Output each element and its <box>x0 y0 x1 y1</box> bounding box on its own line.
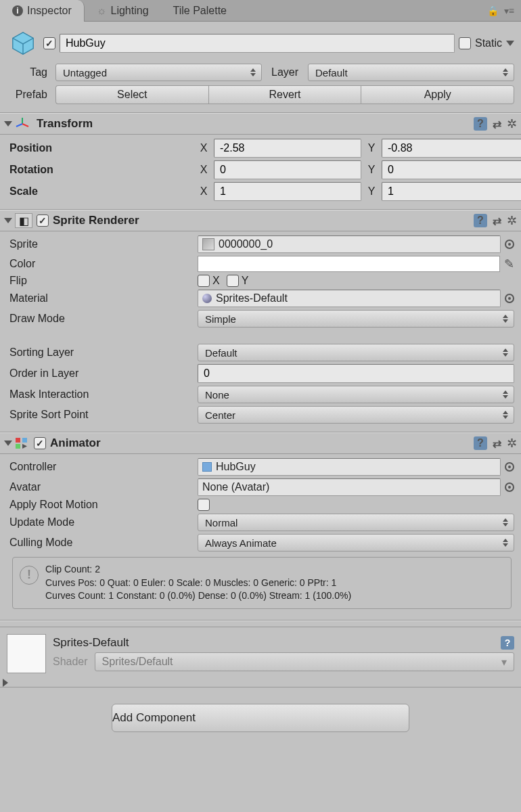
avatar-field[interactable]: None (Avatar) <box>198 478 501 496</box>
position-y-input[interactable] <box>382 139 521 158</box>
sorting-layer-dropdown[interactable]: Default <box>198 344 514 361</box>
object-picker-icon[interactable] <box>505 462 514 472</box>
preset-icon[interactable]: ⇄ <box>493 118 501 131</box>
transform-header[interactable]: Transform ? ⇄ <box>0 113 521 135</box>
flip-y-label: Y <box>242 275 249 287</box>
sprite-value: 0000000_0 <box>219 238 273 250</box>
transform-title: Transform <box>37 117 93 131</box>
flip-y-checkbox[interactable] <box>227 275 239 287</box>
foldout-icon[interactable] <box>4 218 12 223</box>
svg-rect-5 <box>16 438 20 443</box>
culling-mode-dropdown[interactable]: Always Animate <box>198 534 514 551</box>
layer-dropdown[interactable]: Default <box>308 64 514 81</box>
tab-tile-palette-label: Tile Palette <box>173 5 227 17</box>
shader-dropdown[interactable]: Sprites/Default <box>95 652 514 671</box>
animator-enabled-checkbox[interactable] <box>34 437 46 449</box>
material-name: Sprites-Default <box>53 636 129 650</box>
foldout-icon[interactable] <box>4 121 12 127</box>
help-icon[interactable]: ? <box>474 436 487 450</box>
gameobject-name-input[interactable] <box>60 34 455 53</box>
tag-label: Tag <box>7 66 47 78</box>
help-icon[interactable]: ? <box>501 636 514 650</box>
static-checkbox[interactable] <box>459 37 471 49</box>
static-dropdown-icon[interactable] <box>506 41 514 46</box>
tab-bar: i Inspector ☼ Lighting Tile Palette 🔒 ▾≡ <box>0 0 521 22</box>
gear-icon[interactable] <box>507 116 517 131</box>
apply-root-motion-checkbox[interactable] <box>198 499 210 511</box>
flip-label: Flip <box>9 275 198 287</box>
material-foldout-icon[interactable] <box>3 679 8 687</box>
scale-y-input[interactable] <box>382 182 521 201</box>
prefab-apply-button[interactable]: Apply <box>361 85 514 104</box>
sprite-renderer-enabled-checkbox[interactable] <box>37 215 49 227</box>
tab-tile-palette[interactable]: Tile Palette <box>161 0 239 22</box>
layer-label: Layer <box>271 66 298 78</box>
tag-dropdown[interactable]: Untagged <box>55 64 262 81</box>
mask-interaction-dropdown[interactable]: None <box>198 386 514 403</box>
culling-mode-value: Always Animate <box>205 537 277 549</box>
sprite-label: Sprite <box>9 238 198 250</box>
sprite-renderer-body: Sprite 0000000_0 Color ✎ Flip X Y Materi… <box>0 231 521 432</box>
position-x-input[interactable] <box>214 139 361 158</box>
tab-inspector-label: Inspector <box>27 5 72 17</box>
add-component-button[interactable]: Add Component <box>112 704 409 732</box>
object-picker-icon[interactable] <box>505 482 514 492</box>
preset-icon[interactable]: ⇄ <box>493 437 501 450</box>
rotation-y-input[interactable] <box>382 160 521 179</box>
update-mode-dropdown[interactable]: Normal <box>198 514 514 531</box>
gameobject-icon[interactable] <box>7 27 39 60</box>
rotation-x-input[interactable] <box>214 160 361 179</box>
object-picker-icon[interactable] <box>505 240 514 249</box>
mask-interaction-label: Mask Interaction <box>9 388 198 401</box>
color-field[interactable] <box>198 256 500 272</box>
svg-marker-8 <box>22 444 27 449</box>
svg-line-4 <box>16 124 22 127</box>
object-picker-icon[interactable] <box>505 294 514 303</box>
animator-icon <box>15 436 30 450</box>
update-mode-value: Normal <box>205 517 237 528</box>
material-field-value: Sprites-Default <box>216 292 288 304</box>
preset-icon[interactable]: ⇄ <box>493 215 501 227</box>
gameobject-active-checkbox[interactable] <box>43 37 55 49</box>
material-preview[interactable] <box>7 634 46 673</box>
sprite-sort-point-label: Sprite Sort Point <box>9 409 198 421</box>
help-icon[interactable]: ? <box>474 214 487 227</box>
order-in-layer-label: Order in Layer <box>9 367 198 380</box>
eyedropper-icon[interactable]: ✎ <box>504 256 514 271</box>
help-icon[interactable]: ? <box>474 117 487 131</box>
panel-menu-icon[interactable]: ▾≡ <box>504 5 514 16</box>
draw-mode-dropdown[interactable]: Simple <box>198 310 514 328</box>
flip-x-checkbox[interactable] <box>198 275 210 287</box>
svg-rect-7 <box>16 444 20 449</box>
animator-header[interactable]: Animator ? ⇄ <box>0 432 521 454</box>
sprite-renderer-header[interactable]: ◧ Sprite Renderer ? ⇄ <box>0 210 521 231</box>
gear-icon[interactable] <box>507 436 517 451</box>
static-label: Static <box>475 37 502 49</box>
info-line-3: Curves Count: 1 Constant: 0 (0.0%) Dense… <box>45 589 351 603</box>
apply-root-motion-label: Apply Root Motion <box>9 499 198 511</box>
svg-line-3 <box>22 124 28 127</box>
tab-inspector[interactable]: i Inspector <box>0 0 85 22</box>
tab-lighting[interactable]: ☼ Lighting <box>85 0 161 22</box>
draw-mode-label: Draw Mode <box>9 313 198 325</box>
prefab-select-button[interactable]: Select <box>55 85 208 104</box>
scale-x-input[interactable] <box>214 182 361 201</box>
sprite-sort-point-dropdown[interactable]: Center <box>198 406 514 424</box>
gear-icon[interactable] <box>507 213 517 228</box>
order-in-layer-input[interactable] <box>198 364 514 383</box>
sprite-asset-icon <box>202 238 214 250</box>
controller-label: Controller <box>9 461 198 473</box>
tag-value: Untagged <box>63 67 107 78</box>
material-field[interactable]: Sprites-Default <box>198 290 501 307</box>
controller-field[interactable]: HubGuy <box>198 458 501 476</box>
controller-asset-icon <box>202 462 212 472</box>
lock-icon[interactable]: 🔒 <box>487 5 499 16</box>
info-line-2: Curves Pos: 0 Quat: 0 Euler: 0 Scale: 0 … <box>45 577 351 590</box>
foldout-icon[interactable] <box>4 441 12 446</box>
x-label: X <box>198 142 210 154</box>
sprite-field[interactable]: 0000000_0 <box>198 235 501 253</box>
prefab-revert-button[interactable]: Revert <box>208 85 361 104</box>
tab-lighting-label: Lighting <box>110 5 148 17</box>
scale-label: Scale <box>9 185 198 198</box>
mask-interaction-value: None <box>205 389 229 401</box>
